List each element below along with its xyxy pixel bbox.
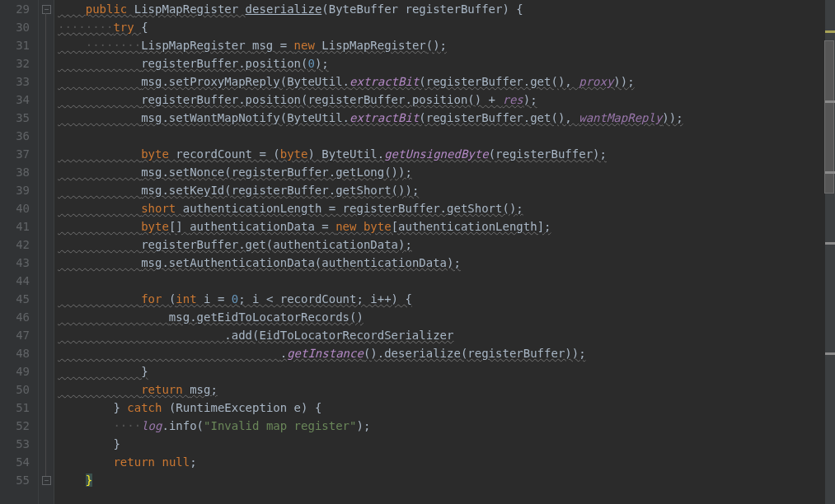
code-line[interactable]: ········try { (58, 18, 835, 36)
code-token (58, 93, 141, 106)
code-line[interactable]: return null; (58, 453, 835, 471)
code-token: } (86, 474, 92, 487)
error-stripe-marker[interactable] (825, 352, 835, 355)
code-token: )); (613, 75, 634, 88)
code-token: LispMapRegister (321, 39, 425, 52)
code-token: byte (141, 220, 169, 233)
code-token: ByteBuffer (329, 2, 406, 16)
code-token: return (141, 383, 190, 396)
code-token (58, 147, 141, 161)
code-token: (); (426, 39, 447, 52)
code-token: registerBuffer.position(registerBuffer.p… (141, 93, 502, 106)
code-token (58, 347, 280, 360)
line-number: 31 (5, 36, 30, 54)
code-line[interactable]: for (int i = 0; i < recordCount; i++) { (58, 290, 835, 308)
code-line[interactable]: msg.setProxyMapReply(ByteUtil.extractBit… (58, 72, 835, 91)
code-line[interactable]: } (58, 471, 835, 489)
code-line[interactable]: msg.setKeyId(registerBuffer.getShort()); (58, 181, 835, 199)
code-line[interactable]: registerBuffer.position(0); (58, 54, 835, 72)
code-line[interactable]: registerBuffer.get(authenticationData); (58, 236, 835, 254)
line-number: 32 (5, 54, 30, 72)
code-line[interactable]: msg.setNonce(registerBuffer.getLong()); (58, 163, 835, 181)
code-token (58, 75, 141, 88)
code-token (58, 129, 64, 142)
line-number: 35 (5, 109, 30, 127)
code-line[interactable]: return msg; (58, 380, 835, 399)
code-token: msg.getEidToLocatorRecords() (169, 310, 364, 324)
code-token: } (141, 365, 148, 378)
code-area[interactable]: public LispMapRegister deserialize(ByteB… (54, 0, 835, 504)
code-token: .info( (162, 419, 204, 432)
code-token: . (280, 347, 287, 360)
line-number: 43 (5, 254, 30, 272)
code-token: (RuntimeException e) { (169, 401, 321, 414)
code-token: ( (321, 2, 328, 16)
line-number: 37 (5, 145, 30, 163)
code-token: (registerBuffer.get(), (419, 111, 579, 124)
code-token: recordCount = ( (176, 147, 279, 161)
code-token: msg (252, 39, 280, 52)
code-token: "Invalid map register" (204, 419, 356, 432)
code-line[interactable]: byte[] authenticationData = new byte[aut… (58, 217, 835, 236)
code-token (58, 2, 86, 16)
code-line[interactable]: byte recordCount = (byte) ByteUtil.getUn… (58, 145, 835, 163)
code-token: 0 (232, 292, 238, 306)
line-number: 30 (5, 18, 30, 36)
line-number: 53 (5, 435, 30, 453)
editor-scrollbar[interactable] (825, 0, 835, 504)
code-line[interactable]: short authenticationLength = registerBuf… (58, 199, 835, 217)
code-token (58, 202, 141, 215)
code-token: byte (280, 147, 308, 161)
error-stripe-marker[interactable] (825, 30, 835, 33)
code-line[interactable]: } catch (RuntimeException e) { (58, 399, 835, 417)
code-line[interactable]: ····log.info("Invalid map register"); (58, 417, 835, 435)
code-line[interactable]: } (58, 362, 835, 380)
code-line[interactable]: registerBuffer.position(registerBuffer.p… (58, 91, 835, 109)
line-number: 45 (5, 290, 30, 308)
code-line[interactable] (58, 272, 835, 290)
error-stripe-marker[interactable] (825, 171, 835, 174)
code-line[interactable]: } (58, 435, 835, 453)
code-editor[interactable]: 2930313233343536373839404142434445464748… (0, 0, 835, 504)
code-token: extractBit (349, 111, 419, 124)
code-token: for (141, 292, 169, 306)
code-token: log (141, 419, 162, 432)
code-line[interactable]: msg.setWantMapNotify(ByteUtil.extractBit… (58, 109, 835, 127)
fold-toggle-icon[interactable] (42, 5, 51, 14)
code-token (58, 184, 141, 197)
code-token: public (86, 2, 134, 16)
fold-column[interactable] (39, 0, 54, 504)
error-stripe-marker[interactable] (825, 242, 835, 245)
code-token: msg.setAuthenticationData(authentication… (141, 256, 461, 269)
code-line[interactable]: msg.getEidToLocatorRecords() (58, 308, 835, 326)
code-token (58, 57, 141, 70)
code-token: { (516, 2, 523, 16)
code-token: .add(EidToLocatorRecordSerializer (224, 329, 453, 342)
code-line[interactable]: ········LispMapRegister msg = new LispMa… (58, 36, 835, 54)
code-token: try (113, 21, 141, 34)
code-token: LispMapRegister (141, 39, 252, 52)
line-number: 47 (5, 326, 30, 344)
code-token: ) ByteUtil. (307, 147, 384, 161)
code-token (58, 310, 169, 324)
scroll-thumb[interactable] (824, 40, 834, 194)
code-token: } (113, 401, 127, 414)
code-token: new (335, 220, 364, 233)
error-stripe-marker[interactable] (825, 100, 835, 103)
code-token: } (113, 437, 120, 450)
line-number-gutter[interactable]: 2930313233343536373839404142434445464748… (0, 0, 39, 504)
code-token: ········ (58, 21, 113, 34)
code-token: msg.setKeyId(registerBuffer.getShort()); (141, 184, 419, 197)
code-line[interactable]: public LispMapRegister deserialize(ByteB… (58, 0, 835, 18)
line-number: 36 (5, 127, 30, 145)
code-line[interactable]: .getInstance().deserialize(registerBuffe… (58, 344, 835, 362)
code-line[interactable]: .add(EidToLocatorRecordSerializer (58, 326, 835, 344)
fold-toggle-icon[interactable] (42, 476, 51, 485)
line-number: 48 (5, 344, 30, 362)
code-token: getInstance (287, 347, 364, 360)
code-token (58, 383, 141, 396)
code-token: short (141, 202, 183, 215)
code-line[interactable] (58, 127, 835, 145)
code-line[interactable]: msg.setAuthenticationData(authentication… (58, 254, 835, 272)
code-token: ); (523, 93, 537, 106)
